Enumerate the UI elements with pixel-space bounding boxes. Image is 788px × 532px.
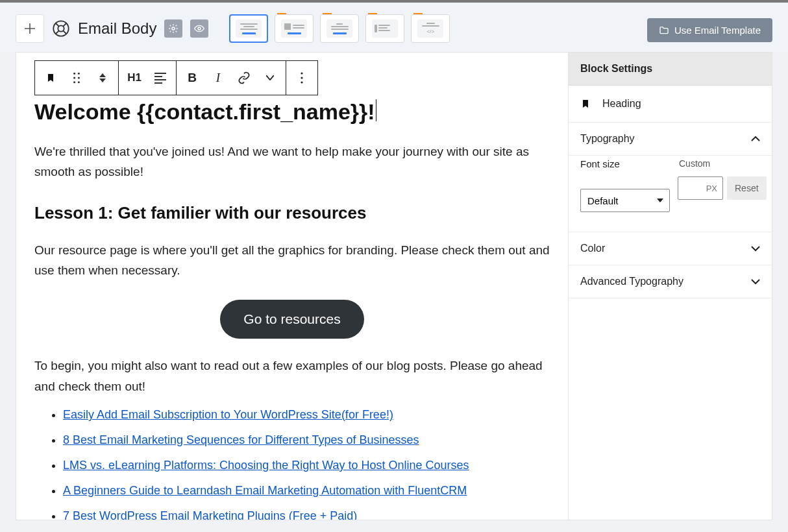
- drag-handle-icon[interactable]: [68, 66, 86, 90]
- blog-link[interactable]: Easily Add Email Subscription to Your Wo…: [63, 408, 393, 421]
- blog-link[interactable]: 8 Best Email Marketing Sequences for Dif…: [63, 433, 419, 446]
- add-block-button[interactable]: [16, 14, 44, 43]
- typography-section-body: Font size Default Custom Reset: [569, 156, 772, 232]
- list-item: 7 Best WordPress Email Marketing Plugins…: [63, 509, 550, 520]
- font-size-select[interactable]: Default: [580, 189, 670, 212]
- heading-h2[interactable]: Lesson 1: Get familier with our resource…: [34, 203, 550, 223]
- typography-label: Typography: [580, 133, 635, 145]
- blog-intro-paragraph[interactable]: To begin, you might also want to read ou…: [34, 356, 550, 396]
- svg-point-8: [73, 81, 75, 83]
- use-template-label: Use Email Template: [674, 25, 761, 36]
- svg-point-3: [198, 27, 201, 30]
- advanced-typography-section-toggle[interactable]: Advanced Typography: [569, 265, 772, 298]
- template-option-4[interactable]: [365, 14, 404, 43]
- blog-link[interactable]: LMS vs. eLearning Platforms: Choosing th…: [63, 459, 469, 472]
- svg-point-6: [73, 77, 75, 79]
- block-name-label: Heading: [602, 98, 641, 110]
- template-option-5[interactable]: </>: [411, 14, 450, 43]
- svg-point-10: [301, 72, 302, 74]
- chevron-down-icon: [751, 276, 760, 287]
- svg-point-7: [78, 77, 80, 79]
- sidebar-title: Block Settings: [569, 53, 772, 86]
- page-title: Email Body: [78, 19, 156, 38]
- color-section-toggle[interactable]: Color: [569, 232, 772, 265]
- svg-point-1: [58, 25, 64, 31]
- italic-button[interactable]: I: [209, 66, 227, 90]
- adv-typography-label: Advanced Typography: [580, 276, 683, 287]
- preview-button[interactable]: [190, 19, 208, 38]
- heading-level-button[interactable]: H1: [125, 66, 143, 90]
- chevron-down-icon: [751, 243, 760, 254]
- heading-block-icon: [580, 97, 591, 110]
- reset-button[interactable]: Reset: [727, 176, 767, 200]
- bold-button[interactable]: B: [183, 66, 201, 90]
- svg-point-4: [73, 73, 75, 75]
- link-button[interactable]: [235, 66, 253, 90]
- chevron-up-icon: [751, 133, 760, 145]
- resource-paragraph[interactable]: Our resource page is where you'll get al…: [34, 240, 550, 281]
- template-selector: </>: [229, 14, 450, 43]
- typography-section-toggle[interactable]: Typography: [569, 123, 772, 156]
- blog-link[interactable]: 7 Best WordPress Email Marketing Plugins…: [63, 509, 357, 520]
- editor-topbar: Email Body </> Use Email Template: [0, 3, 788, 52]
- custom-size-input[interactable]: [678, 176, 723, 200]
- block-toolbar: H1 B I: [34, 60, 318, 95]
- custom-size-label: Custom: [679, 158, 767, 169]
- intro-paragraph[interactable]: We're thrilled that you've joined us! An…: [34, 141, 550, 182]
- life-ring-icon: [52, 19, 70, 38]
- folder-icon: [659, 25, 669, 36]
- block-type-icon[interactable]: [42, 66, 60, 90]
- svg-point-12: [301, 81, 302, 83]
- template-option-1[interactable]: [229, 14, 268, 43]
- move-up-down-button[interactable]: [93, 66, 112, 90]
- list-item: 8 Best Email Marketing Sequences for Dif…: [63, 433, 550, 447]
- more-formatting-button[interactable]: [261, 66, 279, 90]
- heading-h1[interactable]: Welcome {{contact.first_name}}!: [34, 99, 550, 125]
- align-button[interactable]: [151, 66, 169, 90]
- kebab-menu-button[interactable]: [293, 66, 311, 90]
- cta-button[interactable]: Go to resources: [220, 300, 363, 339]
- template-option-3[interactable]: [320, 14, 359, 43]
- svg-point-2: [172, 27, 175, 30]
- block-identity-row: Heading: [569, 86, 772, 123]
- settings-button[interactable]: [164, 19, 182, 38]
- list-item: Easily Add Email Subscription to Your Wo…: [63, 408, 550, 422]
- svg-point-9: [78, 81, 80, 83]
- list-item: A Beginners Guide to Learndash Email Mar…: [63, 484, 550, 498]
- document-content[interactable]: H1 B I: [16, 53, 568, 520]
- template-option-2[interactable]: [275, 14, 314, 43]
- list-item: LMS vs. eLearning Platforms: Choosing th…: [63, 459, 550, 472]
- svg-point-5: [78, 73, 80, 75]
- editor-canvas: H1 B I: [16, 52, 569, 520]
- block-settings-sidebar: Block Settings Heading Typography Font s…: [569, 52, 772, 520]
- color-section-label: Color: [580, 243, 605, 254]
- blog-links-list: Easily Add Email Subscription to Your Wo…: [34, 408, 550, 520]
- use-template-button[interactable]: Use Email Template: [647, 18, 772, 42]
- svg-point-11: [301, 77, 302, 79]
- blog-link[interactable]: A Beginners Guide to Learndash Email Mar…: [63, 484, 467, 497]
- font-size-label: Font size: [580, 158, 670, 169]
